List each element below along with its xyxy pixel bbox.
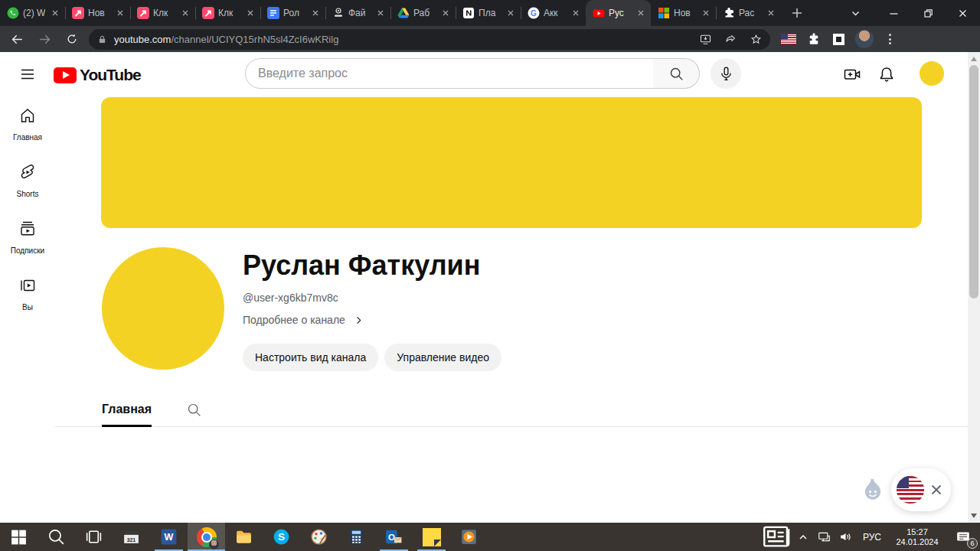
volume-icon[interactable] — [835, 523, 856, 551]
sidebar-item-subscriptions[interactable]: Подписки — [0, 209, 55, 266]
create-button[interactable] — [843, 65, 861, 83]
browser-tab[interactable]: Рас — [716, 0, 781, 26]
tab-title: Нов — [88, 8, 110, 18]
url-path: /channel/UCIYQ15rhN5sl4ZcI6wKRilg — [171, 34, 338, 45]
sidebar-item-shorts[interactable]: Shorts — [0, 152, 55, 209]
tab-close-icon[interactable] — [505, 7, 517, 19]
scroll-up-icon[interactable] — [971, 57, 977, 61]
notification-center-icon[interactable]: 6 — [946, 523, 980, 551]
browser-tab[interactable]: Фай — [325, 0, 390, 26]
sidebar-item-label: Shorts — [17, 190, 39, 198]
scroll-down-icon[interactable] — [971, 514, 977, 518]
browser-profile-avatar[interactable] — [855, 30, 874, 48]
browser-tab[interactable]: Клк — [130, 0, 195, 26]
taskbar-item-taskview[interactable] — [75, 523, 113, 551]
taskbar-item-outlook[interactable]: O — [375, 523, 413, 551]
you-icon — [18, 276, 37, 298]
taskbar-item-start[interactable] — [0, 523, 38, 551]
tab-title: Рас — [739, 8, 761, 18]
browser-tab[interactable]: GАкк — [521, 0, 586, 26]
manage-videos-button[interactable]: Управление видео — [384, 344, 501, 371]
browser-tab[interactable]: Нов — [651, 0, 716, 26]
tab-title: Клк — [218, 8, 240, 18]
browser-tab[interactable]: Нов — [65, 0, 130, 26]
notifications-button[interactable] — [877, 65, 896, 83]
channel-more-link[interactable]: Подробнее о канале — [243, 314, 501, 326]
taskbar-item-calculator[interactable] — [338, 523, 375, 551]
screenshot-extension-icon[interactable] — [831, 32, 845, 46]
back-button[interactable] — [6, 28, 28, 50]
browser-tab[interactable]: Рус — [586, 0, 651, 26]
sidebar-item-you[interactable]: Вы — [0, 266, 55, 322]
share-icon[interactable] — [724, 33, 737, 46]
browser-tab[interactable]: Раб — [390, 0, 456, 26]
tab-close-icon[interactable] — [49, 7, 61, 19]
forward-button[interactable] — [34, 28, 55, 50]
browser-tab[interactable]: Рол — [260, 0, 325, 26]
tab-close-icon[interactable] — [439, 7, 452, 19]
search-input[interactable] — [245, 58, 654, 89]
tab-close-icon[interactable] — [570, 7, 582, 19]
extensions-puzzle-icon[interactable] — [807, 32, 821, 46]
network-icon[interactable] — [814, 523, 835, 551]
scrollbar-thumb[interactable] — [969, 65, 978, 298]
tab-close-icon[interactable] — [374, 7, 387, 19]
taskbar-item-skype[interactable]: S — [263, 523, 300, 551]
clock[interactable]: 15:2724.01.2024 — [888, 523, 946, 551]
page-scrollbar[interactable] — [968, 52, 980, 523]
window-restore-button[interactable] — [911, 0, 946, 26]
channel-name: Руслан Фаткулин — [243, 251, 501, 280]
tab-close-icon[interactable] — [635, 7, 647, 19]
tab-close-icon[interactable] — [244, 7, 256, 19]
news-widget-icon[interactable] — [760, 523, 792, 551]
taskbar-item-wmp[interactable] — [450, 523, 488, 551]
flag-extension-icon[interactable] — [781, 34, 796, 44]
taskbar-item-search[interactable] — [38, 523, 75, 551]
taskbar-item-explorer[interactable] — [225, 523, 263, 551]
voice-search-button[interactable] — [710, 58, 741, 89]
search-icon — [668, 66, 684, 82]
browser-menu-icon[interactable] — [883, 32, 897, 46]
tab-close-icon[interactable] — [179, 7, 191, 19]
menu-hamburger-icon[interactable] — [18, 65, 37, 83]
window-minimize-button[interactable] — [877, 0, 911, 26]
language-indicator[interactable]: РУС — [856, 523, 888, 551]
hola-vpn-flame-icon[interactable] — [862, 477, 884, 501]
us-flag-icon[interactable] — [897, 476, 924, 504]
vpn-close-icon[interactable] — [929, 483, 943, 497]
explorer-icon — [234, 527, 253, 546]
customize-channel-button[interactable]: Настроить вид канала — [243, 344, 378, 371]
browser-tab[interactable]: (2) W — [0, 0, 65, 26]
url-text: youtube.com/channel/UCIYQ15rhN5sl4ZcI6wK… — [114, 34, 687, 45]
tab-home[interactable]: Главная — [102, 403, 152, 426]
tab-close-icon[interactable] — [765, 7, 777, 19]
search-button[interactable] — [653, 58, 700, 89]
tab-search-chevron-button[interactable] — [840, 0, 871, 26]
channel-search-icon[interactable] — [186, 402, 202, 426]
browser-tab[interactable]: Клк — [195, 0, 260, 26]
youtube-play-icon — [54, 67, 77, 83]
lock-icon[interactable] — [97, 34, 107, 44]
new-tab-button[interactable] — [786, 2, 808, 24]
taskbar-item-word[interactable]: W — [150, 523, 188, 551]
tray-date: 24.01.2024 — [896, 537, 938, 547]
tray-expand-chevron-icon[interactable] — [792, 523, 814, 551]
kwork-favicon-icon — [202, 7, 214, 19]
taskbar-item-notes[interactable] — [413, 523, 450, 551]
address-bar[interactable]: youtube.com/channel/UCIYQ15rhN5sl4ZcI6wK… — [89, 29, 770, 50]
browser-tab[interactable]: Пла — [456, 0, 521, 26]
taskbar-item-mpc[interactable]: 321 — [113, 523, 150, 551]
account-avatar[interactable] — [920, 61, 944, 86]
save-media-icon[interactable] — [699, 33, 712, 46]
bookmark-star-icon[interactable] — [750, 33, 763, 46]
taskbar-item-paint[interactable] — [300, 523, 338, 551]
tab-close-icon[interactable] — [309, 7, 322, 19]
reload-button[interactable] — [61, 28, 83, 50]
youtube-logo[interactable]: YouTube — [54, 66, 141, 84]
tab-title: Нов — [674, 8, 696, 18]
sidebar-item-home[interactable]: Главная — [0, 96, 55, 152]
tab-close-icon[interactable] — [700, 7, 712, 19]
taskbar-item-chrome[interactable] — [188, 523, 225, 551]
window-close-button[interactable] — [946, 0, 980, 26]
tab-close-icon[interactable] — [114, 7, 126, 19]
